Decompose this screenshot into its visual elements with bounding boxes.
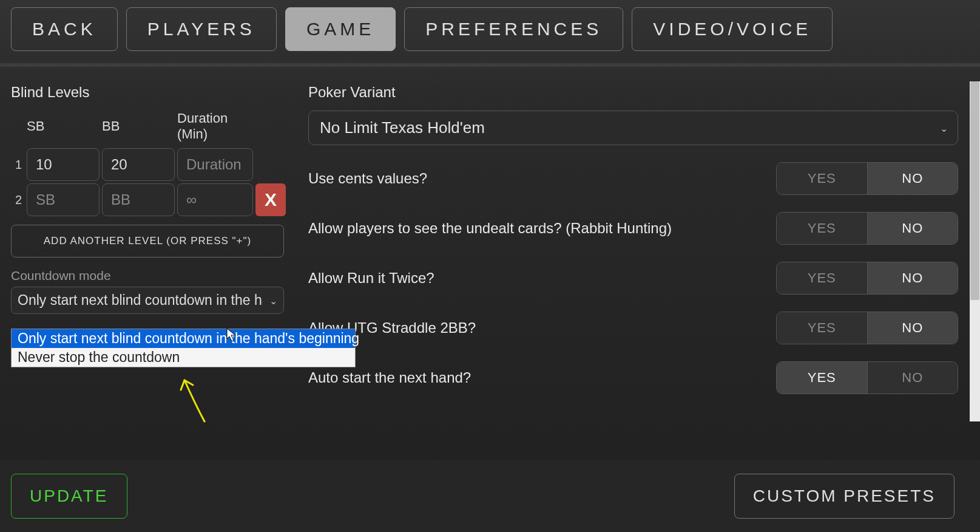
poker-variant-label: Poker Variant xyxy=(308,84,958,101)
option-row: Auto start the next hand?YESNO xyxy=(308,361,958,394)
yes-no-toggle: YESNO xyxy=(776,262,958,295)
footer-bar: UPDATE CUSTOM PRESETS xyxy=(0,460,980,532)
top-tabs: BACK PLAYERS GAME PREFERENCES VIDEO/VOIC… xyxy=(0,0,980,60)
chevron-down-icon: ⌄ xyxy=(269,295,277,306)
update-button[interactable]: UPDATE xyxy=(11,474,127,519)
countdown-dropdown: Only start next blind countdown in the h… xyxy=(11,329,356,367)
tab-video-voice[interactable]: VIDEO/VOICE xyxy=(632,7,833,51)
col-header-bb: BB xyxy=(102,118,175,138)
countdown-mode-select[interactable]: Only start next blind countdown in the h… xyxy=(11,287,284,314)
col-header-duration: Duration (Min) xyxy=(177,111,253,146)
countdown-option-1[interactable]: Only start next blind countdown in the h… xyxy=(12,329,355,348)
option-row: Use cents values?YESNO xyxy=(308,162,958,195)
row-number: 1 xyxy=(11,158,24,172)
toggle-no[interactable]: NO xyxy=(867,163,958,194)
option-label: Auto start the next hand? xyxy=(308,369,471,386)
blind-levels-grid: SB BB Duration (Min) 1 2 X xyxy=(11,111,290,216)
delete-level-button[interactable]: X xyxy=(255,183,286,216)
option-label: Use cents values? xyxy=(308,170,427,187)
countdown-select-value: Only start next blind countdown in the h… xyxy=(18,292,263,309)
option-label: Allow players to see the undealt cards? … xyxy=(308,220,672,237)
add-level-button[interactable]: ADD ANOTHER LEVEL (OR PRESS "+") xyxy=(11,225,284,257)
bb-input-1[interactable] xyxy=(102,148,175,181)
tab-back[interactable]: BACK xyxy=(11,7,118,51)
bb-input-2[interactable] xyxy=(102,183,175,216)
custom-presets-button[interactable]: CUSTOM PRESETS xyxy=(734,474,955,519)
app-root: BACK PLAYERS GAME PREFERENCES VIDEO/VOIC… xyxy=(0,0,980,532)
toggle-no[interactable]: NO xyxy=(867,213,958,244)
duration-input-2[interactable] xyxy=(177,183,253,216)
yes-no-toggle: YESNO xyxy=(776,361,958,394)
yes-no-toggle: YESNO xyxy=(776,212,958,245)
toggle-no[interactable]: NO xyxy=(867,262,958,294)
row-number: 2 xyxy=(11,193,24,207)
chevron-down-icon: ⌄ xyxy=(940,122,948,134)
tab-players[interactable]: PLAYERS xyxy=(126,7,277,51)
countdown-mode-label: Countdown mode xyxy=(11,268,290,283)
countdown-option-2[interactable]: Never stop the countdown xyxy=(12,348,355,367)
option-row: Allow players to see the undealt cards? … xyxy=(308,212,958,245)
toggle-yes[interactable]: YES xyxy=(777,163,867,194)
poker-variant-value: No Limit Texas Hold'em xyxy=(320,118,485,137)
option-label: Allow Run it Twice? xyxy=(308,270,434,287)
toggle-no[interactable]: NO xyxy=(867,362,958,394)
yes-no-toggle: YESNO xyxy=(776,162,958,195)
toggle-yes[interactable]: YES xyxy=(777,213,867,244)
toggle-yes[interactable]: YES xyxy=(777,362,867,394)
toggle-no[interactable]: NO xyxy=(867,312,958,344)
col-header-sb: SB xyxy=(27,118,100,138)
tab-preferences[interactable]: PREFERENCES xyxy=(404,7,623,51)
option-row: Allow Run it Twice?YESNO xyxy=(308,262,958,295)
sb-input-1[interactable] xyxy=(27,148,100,181)
poker-variant-select[interactable]: No Limit Texas Hold'em ⌄ xyxy=(308,111,958,145)
toggle-yes[interactable]: YES xyxy=(777,312,867,344)
game-options-panel: Poker Variant No Limit Texas Hold'em ⌄ U… xyxy=(308,84,969,401)
sb-input-2[interactable] xyxy=(27,183,100,216)
toggle-yes[interactable]: YES xyxy=(777,262,867,294)
option-row: Allow UTG Straddle 2BB?YESNO xyxy=(308,312,958,344)
vertical-scrollbar[interactable] xyxy=(970,81,980,421)
blind-levels-title: Blind Levels xyxy=(11,84,290,101)
scrollbar-thumb[interactable] xyxy=(970,81,979,300)
duration-input-1[interactable] xyxy=(177,148,253,181)
yes-no-toggle: YESNO xyxy=(776,312,958,344)
tab-game[interactable]: GAME xyxy=(285,7,396,51)
